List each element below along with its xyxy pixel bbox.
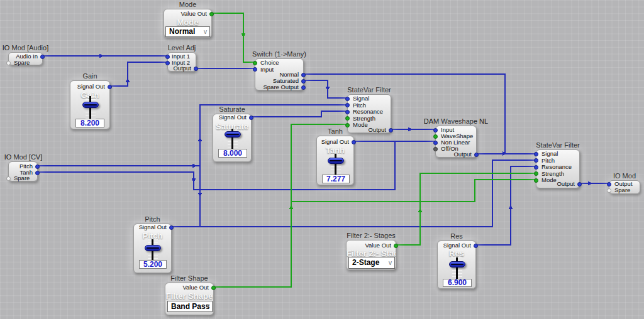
filter-shape-value-out-label: Value Out bbox=[182, 284, 209, 291]
module-pitch-title: Pitch bbox=[114, 215, 191, 223]
tanh-overlay-label: Tanh bbox=[317, 146, 353, 154]
statevar1-output-pin[interactable] bbox=[389, 128, 393, 132]
gain-value-box[interactable]: 8.200 bbox=[75, 119, 104, 127]
switch-input-pin[interactable] bbox=[253, 67, 257, 72]
saturate-signal-out-pin[interactable] bbox=[249, 116, 253, 120]
module-switch[interactable]: Choice Input Normal Saturated Spare Outp… bbox=[255, 58, 304, 90]
module-res[interactable]: Signal Out Res 6.900 bbox=[437, 241, 476, 289]
module-io-mod-out-title: IO Mod bbox=[593, 172, 644, 180]
level-adj-input1-pin[interactable] bbox=[165, 55, 170, 59]
statevar2-mode-pin[interactable] bbox=[534, 178, 538, 183]
arrow-up bbox=[509, 205, 513, 209]
module-io-mod-out[interactable]: Output Spare bbox=[609, 180, 640, 194]
mode-value-out-pin[interactable] bbox=[209, 12, 214, 16]
filter2-stages-dropdown-value: 2-Stage bbox=[352, 258, 379, 267]
switch-spare-output-pin[interactable] bbox=[301, 85, 306, 90]
module-tanh[interactable]: Signal Out Tanh 7.277 bbox=[316, 136, 354, 185]
module-pitch[interactable]: Signal Out Pitch 5.200 bbox=[133, 224, 172, 273]
res-slider-knob[interactable] bbox=[449, 261, 465, 268]
dam-output-pin[interactable] bbox=[474, 153, 479, 157]
statevar2-strength-pin[interactable] bbox=[534, 171, 538, 176]
statevar2-pitch-pin[interactable] bbox=[534, 158, 538, 163]
filter-shape-dropdown[interactable]: Band Pass v bbox=[167, 301, 213, 312]
level-adj-input2-pin[interactable] bbox=[165, 61, 170, 65]
statevar1-signal-pin[interactable] bbox=[345, 97, 350, 101]
statevar2-signal-pin[interactable] bbox=[534, 152, 538, 156]
statevar2-strength-label: Strength bbox=[541, 171, 564, 177]
module-filter2-stages[interactable]: Value Out Filter 2:- Stage 2-Stage v bbox=[346, 240, 396, 270]
io-mod-cv-spare-pin[interactable] bbox=[6, 176, 11, 181]
dam-non-linear-pin[interactable] bbox=[433, 141, 438, 145]
arrow-up bbox=[418, 208, 423, 212]
module-res-title: Res bbox=[418, 232, 495, 240]
io-mod-cv-tanh-pin[interactable] bbox=[35, 171, 40, 175]
module-filter-shape[interactable]: Value Out Filter Shape Band Pass v bbox=[165, 283, 214, 315]
module-io-mod-cv[interactable]: Pitch Tanh Spare bbox=[8, 161, 38, 181]
module-level-adj-title: Level Adj bbox=[155, 44, 209, 51]
dam-input-pin[interactable] bbox=[433, 128, 438, 132]
switch-saturated-pin[interactable] bbox=[301, 79, 306, 84]
module-saturate[interactable]: Signal Out Saturate 8.000 bbox=[213, 114, 252, 162]
statevar1-mode-pin[interactable] bbox=[345, 123, 350, 127]
pitch-value-box[interactable]: 5.200 bbox=[139, 260, 167, 269]
tanh-slider-knob[interactable] bbox=[328, 158, 344, 164]
dam-off-on-pin[interactable] bbox=[433, 147, 438, 151]
saturate-value-box[interactable]: 8.000 bbox=[218, 149, 247, 158]
level-adj-output-pin[interactable] bbox=[194, 67, 198, 71]
pitch-signal-out-pin[interactable] bbox=[169, 225, 174, 230]
res-overlay-label: Res bbox=[438, 249, 475, 257]
module-saturate-title: Saturate bbox=[200, 105, 264, 113]
gain-slider-knob[interactable] bbox=[82, 102, 99, 108]
mode-dropdown[interactable]: Normal v bbox=[165, 26, 210, 37]
pitch-slider-knob[interactable] bbox=[145, 245, 161, 251]
io-mod-cv-pitch-pin[interactable] bbox=[35, 165, 40, 169]
io-mod-out-output-pin[interactable] bbox=[607, 182, 611, 187]
gain-signal-out-pin[interactable] bbox=[108, 85, 112, 89]
module-io-mod-audio[interactable]: Audio In Spare bbox=[8, 52, 43, 65]
tanh-signal-out-pin[interactable] bbox=[352, 140, 356, 144]
statevar1-pitch-pin[interactable] bbox=[345, 103, 350, 107]
module-filter-shape-title: Filter Shape bbox=[152, 274, 227, 282]
statevar1-resonance-pin[interactable] bbox=[345, 110, 350, 114]
filter-shape-dropdown-value: Band Pass bbox=[171, 302, 209, 311]
module-dam-waveshape[interactable]: Input WaveShape Non Linear Off/On Output bbox=[435, 126, 477, 158]
statevar1-output-label: Output bbox=[368, 127, 386, 133]
module-switch-title: Switch (1->Many) bbox=[242, 50, 316, 58]
statevar2-resonance-pin[interactable] bbox=[534, 165, 538, 170]
statevar2-output-pin[interactable] bbox=[577, 182, 582, 187]
module-mode[interactable]: Value Out Mode Normal v bbox=[164, 9, 212, 38]
tanh-value-box[interactable]: 7.277 bbox=[322, 175, 350, 183]
res-signal-out-label: Signal Out bbox=[443, 242, 471, 249]
statevar2-mode-label: Mode bbox=[541, 177, 557, 183]
arrow-down bbox=[326, 87, 330, 91]
dam-waveshape-pin[interactable] bbox=[433, 134, 438, 139]
module-statevar2[interactable]: Signal Pitch Resonance Strength Mode Out… bbox=[536, 149, 580, 188]
res-value-box[interactable]: 6.900 bbox=[443, 279, 472, 287]
filter2-stages-dropdown[interactable]: 2-Stage v bbox=[348, 257, 395, 269]
io-mod-audio-spare-pin[interactable] bbox=[6, 61, 11, 65]
module-dam-title: DAM Waveshape NL bbox=[414, 117, 497, 125]
filter2-stages-overlay-label: Filter 2:- Stage bbox=[347, 249, 396, 257]
filter2-stages-value-out-pin[interactable] bbox=[394, 244, 398, 248]
statevar1-strength-pin[interactable] bbox=[345, 116, 350, 121]
io-mod-out-spare-pin[interactable] bbox=[607, 188, 611, 193]
module-level-adj[interactable]: Input 1 Input 2 Output bbox=[167, 52, 196, 72]
io-mod-audio-in-pin[interactable] bbox=[40, 55, 45, 59]
res-signal-out-pin[interactable] bbox=[474, 244, 478, 248]
saturate-slider-knob[interactable] bbox=[225, 131, 241, 138]
pitch-signal-out-label: Signal Out bbox=[139, 224, 167, 230]
patch-canvas: { "colors":{ "canvas_bg":"#b5b5b7", "wir… bbox=[0, 0, 644, 319]
module-gain[interactable]: Signal Out Gain 8.200 bbox=[70, 80, 110, 129]
arrow-down bbox=[198, 193, 203, 197]
arrow-down bbox=[242, 33, 246, 38]
tanh-signal-out-label: Signal Out bbox=[321, 139, 349, 145]
switch-choice-pin[interactable] bbox=[253, 61, 257, 65]
statevar1-pitch-label: Pitch bbox=[353, 102, 366, 109]
filter-shape-value-out-pin[interactable] bbox=[211, 286, 216, 290]
statevar1-strength-label: Strength bbox=[353, 116, 375, 122]
wire-saturate-to-filter1-resonance[interactable] bbox=[252, 111, 348, 117]
dam-output-label: Output bbox=[453, 151, 472, 158]
module-mode-title: Mode bbox=[151, 1, 225, 8]
io-mod-audio-spare-label: Spare bbox=[14, 60, 30, 66]
switch-normal-pin[interactable] bbox=[301, 73, 306, 77]
